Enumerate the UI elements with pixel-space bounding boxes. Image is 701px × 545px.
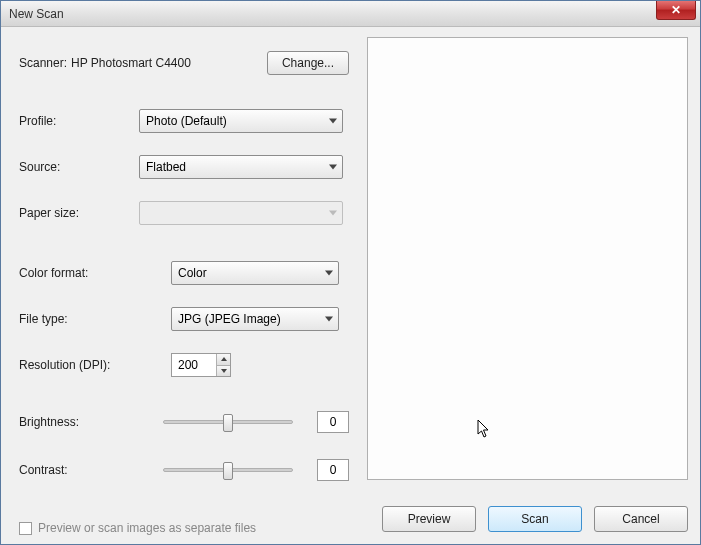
dialog-body: Scanner: HP Photosmart C4400 Change... P…: [1, 27, 700, 544]
color-format-combobox[interactable]: Color: [171, 261, 339, 285]
paper-size-label: Paper size:: [19, 206, 139, 220]
resolution-increase-button[interactable]: [217, 354, 230, 366]
contrast-slider[interactable]: [163, 468, 293, 472]
color-format-label: Color format:: [19, 266, 171, 280]
window-title: New Scan: [9, 7, 64, 21]
profile-value: Photo (Default): [146, 114, 227, 128]
file-type-combobox[interactable]: JPG (JPEG Image): [171, 307, 339, 331]
contrast-value[interactable]: 0: [317, 459, 349, 481]
separate-files-label: Preview or scan images as separate files: [38, 521, 256, 535]
titlebar: New Scan ✕: [1, 1, 700, 27]
source-value: Flatbed: [146, 160, 186, 174]
resolution-value: 200: [178, 358, 198, 372]
close-button[interactable]: ✕: [656, 1, 696, 20]
chevron-down-icon: [329, 165, 337, 170]
settings-pane: Scanner: HP Photosmart C4400 Change... P…: [13, 37, 361, 532]
footer-buttons: Preview Scan Cancel: [382, 506, 688, 532]
new-scan-dialog: New Scan ✕ Scanner: HP Photosmart C4400 …: [0, 0, 701, 545]
scanner-name: HP Photosmart C4400: [71, 56, 191, 70]
cancel-button[interactable]: Cancel: [594, 506, 688, 532]
close-icon: ✕: [671, 3, 681, 17]
source-combobox[interactable]: Flatbed: [139, 155, 343, 179]
scanner-label: Scanner:: [19, 56, 67, 70]
brightness-label: Brightness:: [19, 415, 149, 429]
preview-button[interactable]: Preview: [382, 506, 476, 532]
profile-label: Profile:: [19, 114, 139, 128]
paper-size-combobox: [139, 201, 343, 225]
resolution-spinner[interactable]: 200: [171, 353, 231, 377]
chevron-down-icon: [329, 119, 337, 124]
file-type-value: JPG (JPEG Image): [178, 312, 281, 326]
brightness-value[interactable]: 0: [317, 411, 349, 433]
color-format-value: Color: [178, 266, 207, 280]
source-label: Source:: [19, 160, 139, 174]
scan-button[interactable]: Scan: [488, 506, 582, 532]
change-scanner-button[interactable]: Change...: [267, 51, 349, 75]
contrast-slider-thumb[interactable]: [223, 462, 233, 480]
preview-pane: [367, 37, 688, 480]
resolution-label: Resolution (DPI):: [19, 358, 171, 372]
profile-combobox[interactable]: Photo (Default): [139, 109, 343, 133]
brightness-slider-thumb[interactable]: [223, 414, 233, 432]
contrast-label: Contrast:: [19, 463, 149, 477]
separate-files-checkbox[interactable]: [19, 522, 32, 535]
triangle-down-icon: [221, 369, 227, 373]
resolution-decrease-button[interactable]: [217, 366, 230, 377]
chevron-down-icon: [325, 317, 333, 322]
brightness-slider[interactable]: [163, 420, 293, 424]
chevron-down-icon: [329, 211, 337, 216]
triangle-up-icon: [221, 357, 227, 361]
chevron-down-icon: [325, 271, 333, 276]
file-type-label: File type:: [19, 312, 171, 326]
